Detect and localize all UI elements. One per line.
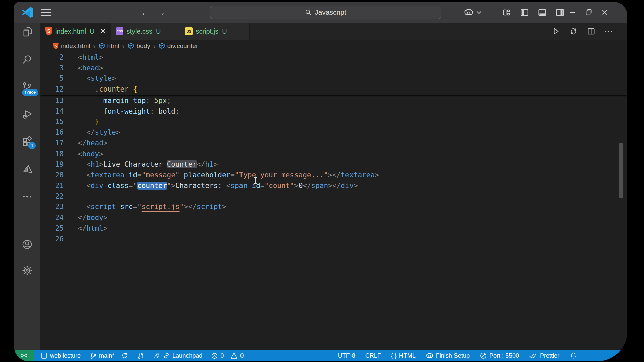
breadcrumb-html[interactable]: html	[99, 42, 119, 50]
code-token: <	[86, 160, 91, 168]
remote-indicator[interactable]: ><	[14, 350, 34, 361]
code-token	[78, 182, 86, 190]
tab-index-html[interactable]: 5 index.html U ✕	[40, 23, 111, 40]
code-token: 5px	[154, 97, 167, 105]
sticky-scroll: 2<html>3<head>5 <style>12 .counter {	[40, 52, 627, 95]
code-editor[interactable]: 2<html>3<head>5 <style>12 .counter { 13 …	[40, 52, 627, 350]
code-line: 14 font-weight: bold;	[40, 106, 627, 117]
workspace-item[interactable]: web lecture	[40, 352, 81, 359]
breadcrumb-file[interactable]: 5 index.html	[53, 42, 90, 50]
breadcrumb-div-counter[interactable]: div.counter	[159, 42, 198, 50]
blocked-circle-icon	[480, 352, 487, 359]
code-line: 25</html>	[40, 223, 627, 234]
code-token: script.js	[142, 203, 180, 211]
code-token	[150, 97, 154, 105]
launchpad-item[interactable]: Launchpad	[153, 352, 202, 359]
open-changes-icon[interactable]	[569, 27, 578, 36]
code-token: Live Character	[103, 160, 167, 168]
restore-icon[interactable]	[584, 8, 593, 17]
run-debug-icon[interactable]	[21, 109, 33, 120]
copilot-button[interactable]	[464, 2, 482, 23]
warnings-count: 0	[240, 352, 244, 359]
more-actions-icon[interactable]: ⋯	[604, 26, 614, 37]
braces-icon: { }	[391, 352, 397, 359]
code-token	[154, 107, 159, 115]
code-token: "	[180, 203, 184, 211]
tab-label: style.css	[126, 27, 152, 35]
git-branch-item[interactable]: main*	[90, 352, 128, 359]
code-token: <	[86, 182, 91, 190]
breadcrumb-body[interactable]: body	[128, 42, 150, 50]
toggle-secondary-sidebar-icon[interactable]	[555, 8, 565, 17]
toggle-panel-icon[interactable]	[538, 8, 547, 17]
line-number: 17	[40, 139, 64, 147]
copilot-status-item[interactable]: Finish Setup	[426, 352, 470, 360]
scrollbar-thumb[interactable]	[619, 143, 623, 198]
tab-close-icon[interactable]: ✕	[100, 27, 106, 35]
code-token: :	[146, 97, 150, 105]
line-number: 26	[40, 235, 64, 243]
forward-arrow-icon[interactable]: →	[155, 2, 167, 23]
statusbar: >< web lecture	[14, 350, 627, 361]
tab-script-js[interactable]: JS script.js U	[180, 23, 250, 40]
code-token: ;	[175, 107, 180, 115]
code-token: >	[116, 128, 120, 136]
settings-gear-icon[interactable]	[21, 265, 33, 276]
back-arrow-icon[interactable]: ←	[139, 2, 151, 23]
run-file-icon[interactable]	[551, 27, 560, 36]
code-token: >	[328, 182, 332, 190]
window-controls	[568, 2, 609, 23]
sync-icon	[121, 352, 128, 359]
code-text: <script src="script.js"></script>	[78, 203, 226, 211]
js-file-icon: JS	[185, 27, 193, 35]
code-token	[124, 171, 129, 179]
code-token: margin-top	[103, 97, 146, 105]
code-token: =	[137, 171, 142, 179]
code-token	[116, 203, 120, 211]
code-line: 18<body>	[40, 148, 627, 159]
explorer-icon[interactable]	[21, 26, 33, 38]
code-token: "Type your message..."	[235, 171, 328, 179]
language-mode-item[interactable]: { } HTML	[391, 352, 416, 359]
launchpad-label: Launchpad	[172, 352, 202, 359]
code-line: 5 <style>	[40, 73, 627, 84]
code-token	[78, 203, 86, 211]
command-center-search[interactable]: Javascript	[210, 6, 441, 19]
code-token: >	[99, 53, 103, 61]
code-token: body	[82, 150, 99, 158]
more-views-icon[interactable]	[21, 191, 33, 202]
source-control-icon[interactable]: 10K+	[21, 81, 33, 93]
extensions-icon[interactable]: 1	[21, 136, 33, 147]
account-icon[interactable]	[21, 239, 33, 250]
close-icon[interactable]	[600, 8, 609, 17]
code-token: </	[86, 128, 95, 136]
toggle-sidebar-icon[interactable]	[520, 8, 529, 17]
notifications-bell-icon[interactable]	[570, 352, 577, 359]
code-token: textarea	[341, 171, 375, 179]
customize-layout-icon[interactable]	[502, 8, 511, 17]
port-item[interactable]: Port : 5500	[480, 352, 519, 359]
prism-extension-icon[interactable]	[21, 164, 33, 175]
code-token: ></	[184, 203, 197, 211]
eol-item[interactable]: CRLF	[365, 352, 381, 359]
code-text: <head>	[78, 64, 103, 72]
git-graph-item[interactable]	[137, 352, 144, 359]
tab-label: script.js	[196, 27, 218, 35]
code-token	[78, 97, 103, 105]
breadcrumb-file-label: index.html	[61, 42, 90, 50]
code-token: <	[78, 150, 82, 158]
code-line: 21 <div class="counter">Characters: <spa…	[40, 180, 627, 191]
breadcrumb: 5 index.html › html ›	[40, 40, 627, 52]
search-sidebar-icon[interactable]	[21, 54, 33, 65]
encoding-item[interactable]: UTF-8	[338, 352, 355, 359]
formatter-item[interactable]: Prettier	[529, 352, 559, 359]
port-label: Port : 5500	[489, 352, 519, 359]
tab-style-css[interactable]: CSS style.css U	[111, 23, 180, 40]
split-editor-icon[interactable]	[587, 27, 596, 36]
menu-icon[interactable]	[40, 2, 52, 23]
code-token: >	[99, 64, 103, 72]
minimize-icon[interactable]	[568, 8, 577, 17]
code-text: }	[78, 118, 99, 126]
copilot-icon	[464, 7, 474, 17]
problems-item[interactable]: 0 0	[211, 352, 244, 359]
